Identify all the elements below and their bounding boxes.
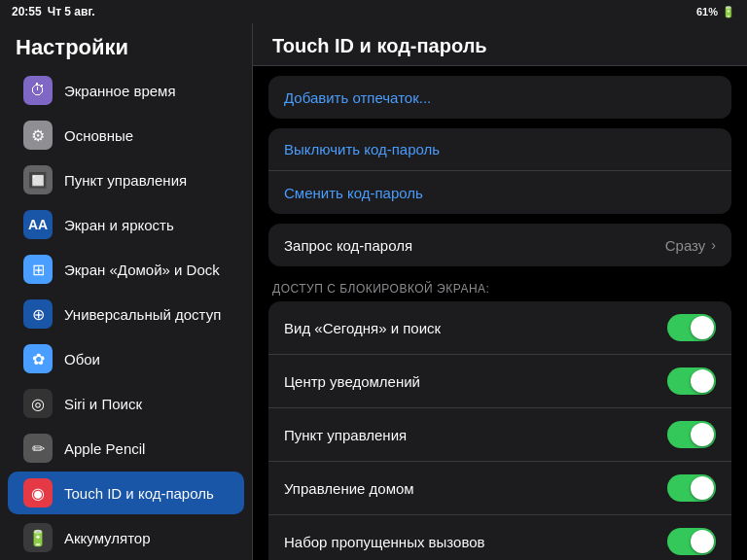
lock-today-toggle[interactable] [667,314,716,341]
status-day: Чт 5 авг. [48,5,95,18]
battery-percent: 61% [696,6,718,18]
lock-control-toggle[interactable] [667,421,716,448]
sidebar: Настройки ⏱ Экранное время ⚙ Основные 🔲 … [0,23,253,560]
lock-home-row[interactable]: Управление домом [268,462,731,515]
accessibility-label: Универсальный доступ [64,306,221,323]
status-left: 20:55 Чт 5 авг. [12,5,95,18]
home-label: Экран «Домой» и Dock [64,262,220,278]
sidebar-item-control[interactable]: 🔲 Пункт управления [8,158,244,201]
control-label: Пункт управления [64,172,187,189]
change-passcode-row[interactable]: Сменить код-пароль [268,171,731,214]
lock-calls-row[interactable]: Набор пропущенных вызовов [268,515,731,560]
status-time: 20:55 [12,5,42,18]
disable-passcode-link[interactable]: Выключить код-пароль [284,141,440,158]
fingerprint-card: Добавить отпечаток... [268,76,731,119]
siri-label: Siri и Поиск [64,396,142,412]
passcode-request-card: Запрос код-пароля Сразу › [268,224,731,266]
passcode-actions-card: Выключить код-пароль Сменить код-пароль [268,128,731,214]
screentime-label: Экранное время [64,83,176,99]
siri-icon: ◎ [23,389,53,418]
sidebar-item-display[interactable]: AA Экран и яркость [8,203,244,246]
sidebar-item-pencil[interactable]: ✏ Apple Pencil [8,427,244,470]
passcode-request-chevron: › [711,237,716,253]
display-label: Экран и яркость [64,217,174,233]
passcode-request-row[interactable]: Запрос код-пароля Сразу › [268,224,731,266]
add-fingerprint-row[interactable]: Добавить отпечаток... [268,76,731,119]
sidebar-item-general[interactable]: ⚙ Основные [8,114,244,157]
change-passcode-link[interactable]: Сменить код-пароль [284,185,423,201]
lock-today-label: Вид «Сегодня» и поиск [284,320,667,336]
sidebar-item-wallpaper[interactable]: ✿ Обои [8,337,244,380]
sidebar-item-touchid[interactable]: ◉ Touch ID и код-пароль [8,472,244,514]
lock-home-toggle[interactable] [667,474,716,502]
pencil-label: Apple Pencil [64,440,145,457]
pencil-icon: ✏ [23,434,53,463]
accessibility-icon: ⊕ [23,299,53,329]
lock-screen-section: ДОСТУП С БЛОКИРОВКОЙ ЭКРАНА: Вид «Сегодн… [268,276,731,560]
right-panel: Touch ID и код-пароль Добавить отпечаток… [253,23,747,560]
home-icon: ⊞ [23,255,53,284]
lock-screen-card: Вид «Сегодня» и поиск Центр уведомлений … [268,301,731,560]
lock-control-label: Пункт управления [284,427,667,443]
lock-control-row[interactable]: Пункт управления [268,408,731,462]
passcode-request-value: Сразу [665,237,706,254]
lock-screen-title: ДОСТУП С БЛОКИРОВКОЙ ЭКРАНА: [268,276,731,299]
right-panel-title: Touch ID и код-пароль [253,23,747,66]
fingerprint-section: Добавить отпечаток... Выключить код-паро… [268,76,731,560]
screentime-icon: ⏱ [23,76,53,105]
display-icon: AA [23,210,53,239]
main-container: Настройки ⏱ Экранное время ⚙ Основные 🔲 … [0,23,747,560]
control-icon: 🔲 [23,165,53,194]
sidebar-item-siri[interactable]: ◎ Siri и Поиск [8,382,244,425]
lock-home-label: Управление домом [284,480,667,497]
sidebar-item-battery[interactable]: 🔋 Аккумулятор [8,516,244,559]
lock-calls-label: Набор пропущенных вызовов [284,534,667,550]
general-label: Основные [64,127,133,144]
battery-icon: 🔋 [722,6,735,18]
sidebar-item-home[interactable]: ⊞ Экран «Домой» и Dock [8,248,244,291]
sidebar-item-screentime[interactable]: ⏱ Экранное время [8,69,244,112]
wallpaper-label: Обои [64,351,100,368]
battery-label: Аккумулятор [64,530,151,546]
sidebar-item-accessibility[interactable]: ⊕ Универсальный доступ [8,293,244,335]
battery-icon-item: 🔋 [23,523,53,552]
lock-calls-toggle[interactable] [667,528,716,555]
status-bar: 20:55 Чт 5 авг. 61% 🔋 [0,0,747,23]
status-right: 61% 🔋 [696,6,735,18]
touchid-icon: ◉ [23,478,53,508]
lock-notifications-label: Центр уведомлений [284,373,667,390]
lock-notifications-toggle[interactable] [667,368,716,395]
wallpaper-icon: ✿ [23,344,53,373]
lock-today-row[interactable]: Вид «Сегодня» и поиск [268,301,731,355]
general-icon: ⚙ [23,121,53,150]
sidebar-title: Настройки [0,23,252,68]
touchid-label: Touch ID и код-пароль [64,485,214,502]
disable-passcode-row[interactable]: Выключить код-пароль [268,128,731,171]
passcode-request-label: Запрос код-пароля [284,237,665,254]
lock-notifications-row[interactable]: Центр уведомлений [268,355,731,408]
add-fingerprint-link[interactable]: Добавить отпечаток... [284,89,431,106]
